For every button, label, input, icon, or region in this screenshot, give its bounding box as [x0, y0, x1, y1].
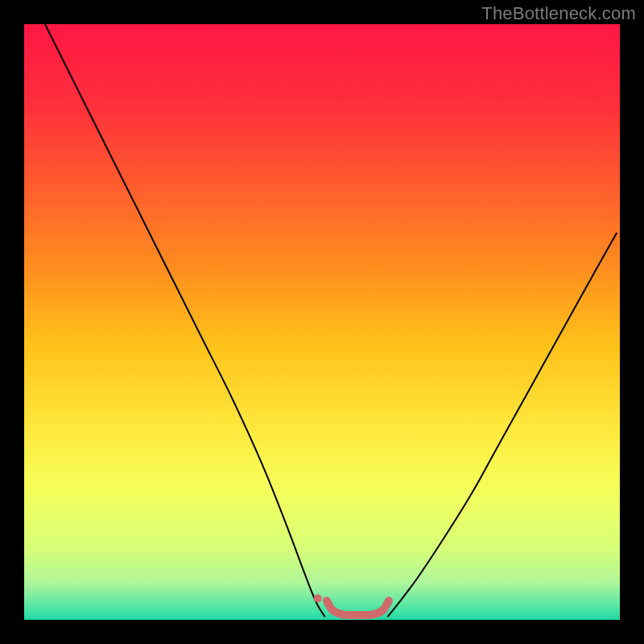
optimum-dot: [314, 594, 322, 602]
chart-frame: TheBottleneck.com: [0, 0, 644, 644]
gradient-background: [24, 24, 620, 620]
chart-plot-area: [24, 24, 620, 620]
markers-layer: [314, 594, 322, 602]
watermark-text: TheBottleneck.com: [481, 3, 636, 24]
bottleneck-chart: [24, 24, 620, 620]
